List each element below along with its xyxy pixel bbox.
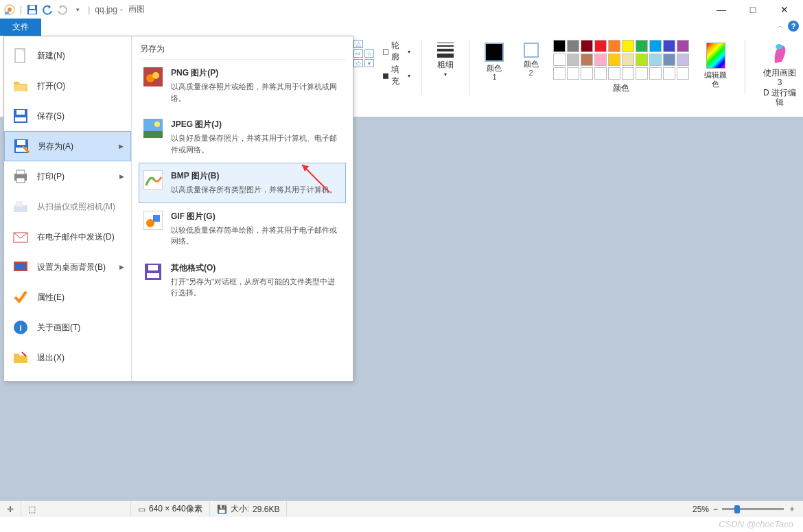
shape-options: ◻轮廓▾ ◼填充▾ xyxy=(382,40,410,87)
saveas-option[interactable]: PNG 图片(P)以高质量保存照片或绘图，并将其用于计算机或网络。 xyxy=(139,60,346,111)
svg-text:i: i xyxy=(19,323,21,333)
shapes-gallery[interactable]: △ ⇨☆ ◇▾ xyxy=(353,40,374,67)
maximize-button[interactable]: □ xyxy=(737,0,769,19)
color1-button[interactable]: 颜色 1 xyxy=(480,40,509,84)
zoom-slider[interactable] xyxy=(722,508,784,510)
file-menu-item[interactable]: 退出(X) xyxy=(4,343,131,373)
palette-swatch[interactable] xyxy=(581,54,593,66)
palette-swatch-empty[interactable] xyxy=(567,67,579,80)
file-menu-item[interactable]: 属性(E) xyxy=(4,282,131,312)
palette-swatch[interactable] xyxy=(594,40,607,52)
undo-icon[interactable] xyxy=(40,3,54,16)
palette-swatch-empty[interactable] xyxy=(663,67,675,80)
palette-swatch[interactable] xyxy=(649,54,662,66)
file-menu-item[interactable]: 在电子邮件中发送(D) xyxy=(4,222,131,252)
format-title: BMP 图片(B) xyxy=(171,170,337,182)
palette-swatch[interactable] xyxy=(608,54,620,66)
ribbon-collapse-help: ︿ ? xyxy=(777,21,799,32)
redo-icon[interactable] xyxy=(56,3,69,16)
cursor-pos: ✛ xyxy=(0,501,21,517)
file-menu-item[interactable]: 打开(O) xyxy=(4,71,131,101)
save-icon[interactable] xyxy=(25,3,39,16)
selection-size: ⬚ xyxy=(21,501,131,517)
palette-swatch[interactable] xyxy=(649,40,662,52)
file-size: 💾大小: 29.6KB xyxy=(210,501,288,517)
palette-swatch[interactable] xyxy=(622,40,634,52)
format-icon xyxy=(143,119,164,139)
palette-swatch[interactable] xyxy=(677,54,689,66)
app-icon xyxy=(3,3,16,16)
submenu-arrow-icon: ▶ xyxy=(119,143,124,150)
collapse-ribbon-icon[interactable]: ︿ xyxy=(777,21,784,31)
zoom-in-icon[interactable]: ＋ xyxy=(788,503,796,515)
format-desc: 以高质量保存照片或绘图，并将其用于计算机或网络。 xyxy=(171,81,341,104)
svg-rect-38 xyxy=(148,265,158,270)
file-menu-item[interactable]: 打印(P)▶ xyxy=(4,161,131,192)
mail-icon xyxy=(11,227,30,246)
zoom-controls[interactable]: 25% − ＋ xyxy=(686,503,803,515)
palette-swatch[interactable] xyxy=(663,40,675,52)
palette-swatch-empty[interactable] xyxy=(622,67,634,80)
format-title: JPEG 图片(J) xyxy=(171,119,341,130)
format-icon xyxy=(143,211,164,231)
palette-swatch-empty[interactable] xyxy=(553,67,566,80)
file-menu-item[interactable]: 保存(S) xyxy=(4,101,131,131)
palette-swatch[interactable] xyxy=(636,40,648,52)
image-dimensions: ▭640 × 640像素 xyxy=(131,501,210,517)
outline-option[interactable]: ◻轮廓▾ xyxy=(382,40,410,63)
print-icon xyxy=(11,167,30,186)
paint3d-button[interactable]: 使用画图 3D 进行编辑 xyxy=(756,40,803,111)
svg-rect-22 xyxy=(15,263,26,270)
palette-swatch[interactable] xyxy=(594,54,607,66)
saveas-option[interactable]: JPEG 图片(J)以良好质量保存照片，并将其用于计算机、电子邮件或网络。 xyxy=(139,111,346,163)
qat-dropdown-icon[interactable]: ▾ xyxy=(71,3,84,16)
palette-swatch-empty[interactable] xyxy=(677,67,689,80)
format-desc: 以较低质量保存简单绘图，并将其用于电子邮件或网络。 xyxy=(171,224,341,247)
palette-swatch-empty[interactable] xyxy=(636,67,648,80)
format-desc: 打开"另存为"对话框，从所有可能的文件类型中进行选择。 xyxy=(171,276,341,299)
palette-swatch[interactable] xyxy=(677,40,689,52)
window-title-filename: qq.jpg xyxy=(95,5,117,14)
group-divider xyxy=(421,40,422,95)
svg-rect-37 xyxy=(147,273,159,278)
color-palette[interactable] xyxy=(553,40,689,80)
saveas-option[interactable]: BMP 图片(B)以高质量保存所有类型图片，并将其用于计算机。 xyxy=(139,163,346,203)
palette-swatch-empty[interactable] xyxy=(581,67,593,80)
palette-swatch[interactable] xyxy=(581,40,593,52)
minimize-button[interactable]: — xyxy=(706,0,737,19)
svg-rect-16 xyxy=(16,170,25,174)
palette-swatch-empty[interactable] xyxy=(608,67,620,80)
palette-swatch[interactable] xyxy=(608,40,620,52)
file-menu-item[interactable]: 新建(N) xyxy=(4,41,131,71)
palette-swatch[interactable] xyxy=(553,54,566,66)
help-icon[interactable]: ? xyxy=(788,21,799,32)
palette-swatch[interactable] xyxy=(567,54,579,66)
fill-option[interactable]: ◼填充▾ xyxy=(382,64,410,87)
desktop-icon xyxy=(11,257,30,277)
save-icon xyxy=(11,106,30,126)
palette-swatch-empty[interactable] xyxy=(594,67,607,80)
format-desc: 以良好质量保存照片，并将其用于计算机、电子邮件或网络。 xyxy=(171,132,341,155)
palette-swatch[interactable] xyxy=(553,40,566,52)
file-tab[interactable]: 文件 xyxy=(0,19,41,36)
file-menu-item[interactable]: 从扫描仪或照相机(M) xyxy=(4,192,131,222)
edit-colors-button[interactable]: 编辑颜色 xyxy=(697,40,734,91)
file-menu-item[interactable]: 设置为桌面背景(B)▶ xyxy=(4,252,131,282)
fill-icon: ◼ xyxy=(382,71,389,80)
stroke-width-button[interactable]: 粗细▾ xyxy=(433,40,458,82)
palette-swatch[interactable] xyxy=(663,54,675,66)
color2-button[interactable]: 颜色 2 xyxy=(517,40,545,80)
saveas-option[interactable]: 其他格式(O)打开"另存为"对话框，从所有可能的文件类型中进行选择。 xyxy=(139,255,346,306)
crosshair-icon: ✛ xyxy=(7,505,14,514)
color-palette-block: 颜色 xyxy=(553,40,689,94)
file-menu-item[interactable]: 另存为(A)▶ xyxy=(4,131,131,161)
close-button[interactable]: ✕ xyxy=(769,0,800,19)
file-menu-item[interactable]: i关于画图(T) xyxy=(4,312,131,343)
saveas-option[interactable]: GIF 图片(G)以较低质量保存简单绘图，并将其用于电子邮件或网络。 xyxy=(139,203,346,255)
palette-swatch[interactable] xyxy=(622,54,634,66)
zoom-out-icon[interactable]: − xyxy=(713,505,718,514)
palette-swatch-empty[interactable] xyxy=(649,67,662,80)
ribbon-content: △ ⇨☆ ◇▾ ◻轮廓▾ ◼填充▾ 粗细▾ 颜色 1 颜色 2 颜色 编辑颜色 … xyxy=(353,40,803,111)
palette-swatch[interactable] xyxy=(567,40,579,52)
palette-swatch[interactable] xyxy=(636,54,648,66)
